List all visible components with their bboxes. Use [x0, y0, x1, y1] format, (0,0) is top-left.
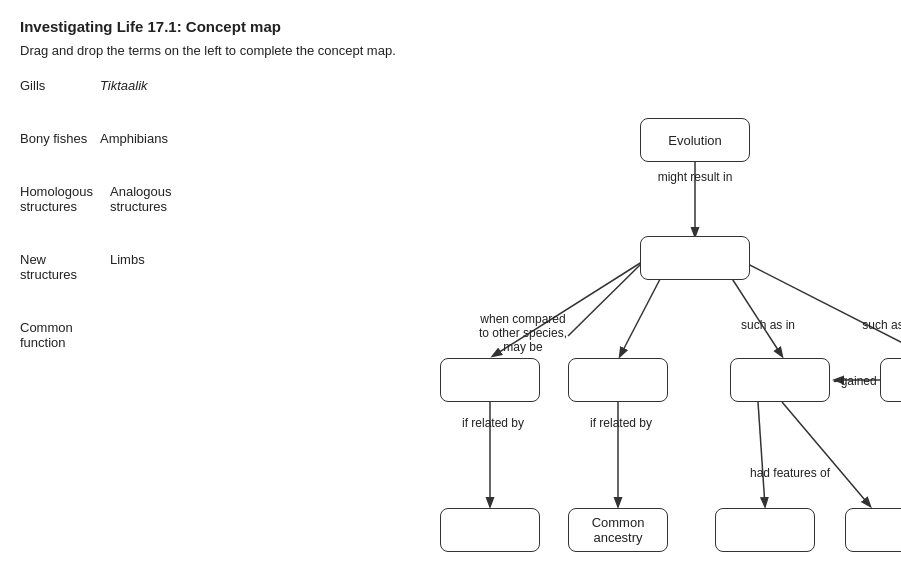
label-such-as-in: such as in: [728, 318, 808, 332]
svg-line-8: [758, 402, 765, 506]
label-if-related-by-2: if related by: [576, 416, 666, 430]
term-common-function[interactable]: Common function: [20, 320, 100, 350]
box-blank1[interactable]: [640, 236, 750, 280]
term-homologous[interactable]: Homologous structures: [20, 184, 100, 214]
box-blank4[interactable]: [730, 358, 830, 402]
term-tiktaalik[interactable]: Tiktaalik: [100, 78, 170, 93]
label-if-related-by-1: if related by: [448, 416, 538, 430]
concept-map: Evolution might result in when compared …: [200, 78, 881, 568]
terms-panel: Gills Tiktaalik Bony fishes Amphibians H…: [20, 78, 200, 568]
box-blank2[interactable]: [440, 358, 540, 402]
term-row-1: Gills Tiktaalik: [20, 78, 200, 93]
svg-line-9: [782, 402, 870, 506]
term-bony-fishes[interactable]: Bony fishes: [20, 131, 90, 146]
box-blank7[interactable]: [715, 508, 815, 552]
box-evolution: Evolution: [640, 118, 750, 162]
main-container: Gills Tiktaalik Bony fishes Amphibians H…: [20, 78, 881, 568]
label-might-result-in: might result in: [620, 170, 770, 184]
label-had-features-of: had features of: [730, 466, 850, 480]
term-gills[interactable]: Gills: [20, 78, 90, 93]
box-blank3[interactable]: [568, 358, 668, 402]
evolution-label: Evolution: [668, 133, 721, 148]
term-row-3: Homologous structures Analogous structur…: [20, 184, 200, 214]
term-row-2: Bony fishes Amphibians: [20, 131, 200, 146]
label-such-as: such as: [848, 318, 901, 332]
common-ancestry-label: Common ancestry: [575, 515, 661, 545]
subtitle: Drag and drop the terms on the left to c…: [20, 43, 881, 58]
box-common-ancestry[interactable]: Common ancestry: [568, 508, 668, 552]
svg-line-4: [740, 260, 901, 356]
label-when-compared: when compared to other species, may be: [458, 298, 588, 354]
label-gained: - gained: [825, 374, 885, 388]
term-analogous[interactable]: Analogous structures: [110, 184, 190, 214]
term-new-structures[interactable]: New structures: [20, 252, 100, 282]
term-amphibians[interactable]: Amphibians: [100, 131, 170, 146]
term-row-4: New structures Limbs: [20, 252, 200, 282]
box-blank6[interactable]: [440, 508, 540, 552]
box-blank8[interactable]: [845, 508, 901, 552]
term-row-5: Common function: [20, 320, 200, 350]
page-title: Investigating Life 17.1: Concept map: [20, 18, 881, 35]
term-limbs[interactable]: Limbs: [110, 252, 180, 282]
